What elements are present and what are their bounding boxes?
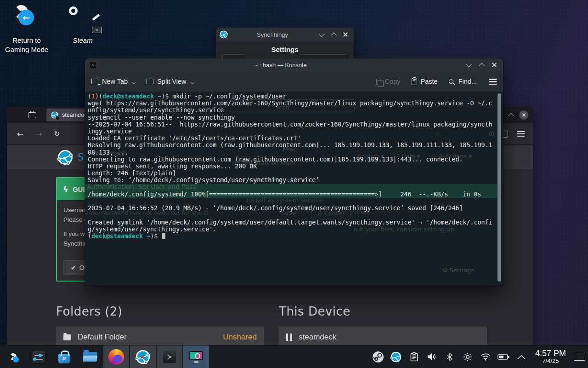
split-view-icon: [147, 79, 153, 84]
konsole-window-title: ~ : bash — Konsole: [101, 62, 460, 69]
browser-menu-icon[interactable]: [517, 131, 525, 137]
favicon-badge: [56, 116, 60, 120]
show-desktop-button[interactable]: [571, 345, 588, 368]
terminal-line: Created symlink '/home/deck/.config/syst…: [88, 219, 496, 226]
chevron-down-icon: [132, 81, 136, 84]
terminal-line: (1)(deck@steamdeck ~)$ mkdir -p ~/.confi…: [88, 93, 496, 100]
device-name: steamdeck: [299, 333, 336, 342]
tray-clipboard[interactable]: [405, 345, 423, 368]
taskbar-task-konsole[interactable]: [157, 345, 182, 368]
volume-icon: [427, 353, 436, 361]
desktop-icon-steam[interactable]: Steam: [57, 3, 108, 45]
firefox-icon: [108, 349, 124, 365]
terminal-scrollbar[interactable]: [498, 93, 501, 282]
minimize-button[interactable]: [464, 60, 473, 69]
new-tab-button[interactable]: New Tab: [91, 78, 136, 85]
forward-button[interactable]: [35, 129, 42, 138]
folder-status-badge: Unshared: [223, 333, 257, 342]
maximize-button[interactable]: [329, 30, 338, 39]
back-arrow-icon: [18, 10, 34, 25]
desktop-icon-label: Return to Gaming Mode: [1, 36, 52, 55]
wifi-icon: [481, 353, 491, 361]
folder-row[interactable]: Default Folder Unshared: [56, 327, 264, 345]
syncthingy-app-icon: [220, 30, 228, 39]
syncthingy-titlebar[interactable]: SyncThingy: [216, 28, 354, 41]
chevron-up-icon: [517, 354, 526, 360]
copy-button[interactable]: Copy: [376, 78, 401, 85]
terminal-line: systemctl --user enable --now syncthingy: [88, 114, 496, 121]
terminal-line: Connecting to raw.githubusercontent.com …: [88, 156, 496, 163]
paste-button[interactable]: Paste: [412, 78, 438, 85]
desktop-icon-return-to-gaming-mode[interactable]: Return to Gaming Mode: [1, 3, 52, 55]
terminal-line: /home/deck/.config/systemd/ 100%[=======…: [88, 191, 496, 198]
settings-heading: Settings: [216, 41, 354, 53]
syncthingy-tray-icon: [390, 351, 401, 362]
terminal-line: Length: 246 [text/plain]: [88, 170, 496, 177]
battery-icon: [498, 354, 509, 360]
tray-expand[interactable]: [513, 345, 531, 368]
tray-bluetooth[interactable]: [441, 345, 459, 368]
chevron-down-icon: [191, 81, 194, 84]
close-button[interactable]: [341, 30, 350, 39]
browser-close-button[interactable]: [519, 110, 528, 120]
konsole-toolbar: New Tab Split View Copy Paste Find...: [85, 71, 503, 92]
terminal-output: (1)(deck@steamdeck ~)$ mkdir -p ~/.confi…: [88, 93, 496, 240]
back-button[interactable]: [17, 129, 23, 138]
application-launcher-icon: [10, 353, 17, 360]
terminal-line: (deck@steamdeck ~)$: [88, 233, 496, 240]
konsole-titlebar[interactable]: ~ : bash — Konsole: [85, 58, 503, 71]
tray-brightness[interactable]: [459, 345, 477, 368]
taskbar: 4:57 PM 7/4/25: [0, 345, 588, 368]
find-button[interactable]: Find...: [449, 78, 477, 85]
steam-tray-icon: [372, 351, 384, 363]
taskbar-discover[interactable]: [51, 345, 77, 368]
taskbar-task-spectacle[interactable]: [183, 345, 209, 368]
shortcut-emblem-icon: [92, 27, 102, 33]
close-button[interactable]: [490, 60, 499, 69]
hamburger-menu-icon[interactable]: [489, 79, 497, 85]
taskbar-application-launcher[interactable]: [0, 345, 26, 368]
reload-button[interactable]: [54, 130, 60, 138]
terminal-line: 08.133, ...: [88, 149, 496, 156]
show-desktop-icon: [574, 353, 585, 361]
terminal-cursor: [162, 233, 165, 239]
konsole-window: ~ : bash — Konsole New Tab Split View Co…: [85, 58, 503, 286]
terminal-line: ingy.service: [88, 128, 496, 135]
syncthing-favicon: [51, 111, 58, 119]
terminal-line: Resolving raw.githubusercontent.com (raw…: [88, 142, 496, 149]
terminal-line: HTTP request sent, awaiting response... …: [88, 163, 496, 170]
tray-network[interactable]: [477, 345, 495, 368]
clock[interactable]: 4:57 PM 7/4/25: [531, 345, 571, 368]
maximize-button[interactable]: [477, 60, 486, 69]
clipboard-icon: [410, 352, 418, 362]
tray-battery[interactable]: [495, 345, 513, 368]
return-to-gaming-mode-icon: [1, 3, 52, 33]
bluetooth-icon: [447, 353, 452, 361]
terminal[interactable]: IconMiscsteamdeckEnglish ▾? Help ▾⚙ Acti…: [85, 92, 503, 286]
terminal-line: g/systemd/user/syncthingy.service'.: [88, 226, 496, 233]
terminal-line: Saving to: ‘/home/deck/.config/systemd/u…: [88, 177, 496, 184]
check-icon: [71, 264, 76, 271]
spectacle-icon: [189, 351, 203, 360]
taskbar-file-manager[interactable]: [77, 345, 103, 368]
taskbar-system-settings[interactable]: [26, 345, 51, 368]
firefox-view-icon[interactable]: [28, 112, 36, 118]
taskbar-task-syncthingy[interactable]: [130, 345, 156, 368]
tray-volume[interactable]: [423, 345, 441, 368]
paste-icon: [412, 78, 417, 85]
tray-syncthingy[interactable]: [387, 345, 405, 368]
desktop-icon-label: Steam: [57, 36, 108, 45]
minimize-button[interactable]: [317, 30, 326, 39]
folder-name: Default Folder: [78, 333, 127, 342]
terminal-line: 2025-07-04 16:56:52 (20.9 MB/s) - ‘/home…: [88, 205, 496, 212]
lightning-icon: [63, 184, 68, 194]
device-row[interactable]: steamdeck: [279, 327, 487, 345]
taskbar-task-firefox[interactable]: [103, 345, 129, 368]
terminal-line: Loaded CA certificate '/etc/ssl/certs/ca…: [88, 135, 496, 142]
browser-maximize-button[interactable]: [506, 110, 515, 120]
clock-time: 4:57 PM: [535, 349, 566, 358]
brightness-icon: [463, 352, 472, 362]
file-manager-icon: [83, 352, 97, 362]
tray-steam[interactable]: [369, 345, 387, 368]
split-view-button[interactable]: Split View: [147, 78, 194, 85]
